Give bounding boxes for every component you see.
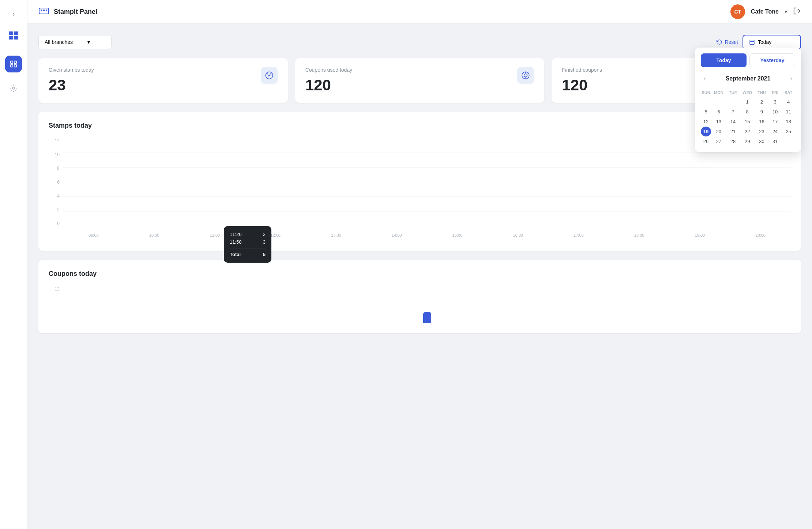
stamps-chart-section: Stamps today 12 10 8 6 4 2 0: [38, 112, 801, 251]
sidebar-toggle[interactable]: ›: [7, 7, 20, 20]
cal-day-26[interactable]: 26: [701, 136, 711, 146]
cal-day-15[interactable]: 15: [740, 117, 755, 127]
app-title: Stampit Panel: [54, 8, 97, 16]
calendar-month-label: September 2021: [726, 75, 771, 82]
reset-button[interactable]: Reset: [717, 39, 738, 45]
cal-day-1[interactable]: 1: [740, 97, 755, 107]
svg-rect-10: [41, 10, 42, 11]
svg-rect-13: [750, 40, 754, 45]
tooltip-time-1: 11:20: [230, 232, 242, 237]
stat-stamps-value: 23: [49, 76, 94, 94]
cal-day-25[interactable]: 25: [782, 127, 795, 136]
cal-empty: [701, 97, 711, 107]
date-picker-input[interactable]: Today: [743, 35, 801, 49]
svg-point-8: [12, 87, 15, 89]
tooltip-val-1: 2: [263, 232, 266, 237]
cal-day-17[interactable]: 17: [768, 117, 782, 127]
cal-day-30[interactable]: 30: [755, 136, 768, 146]
day-header-fri: FRI: [768, 88, 782, 97]
cal-day-14[interactable]: 14: [726, 117, 740, 127]
cal-day-27[interactable]: 27: [711, 136, 726, 146]
cafe-name: Cafe Tone: [751, 8, 779, 15]
cal-day-12[interactable]: 12: [701, 117, 711, 127]
stat-finished-label: Finished coupons: [562, 67, 602, 73]
svg-point-21: [524, 74, 527, 77]
y-label-10: 10: [55, 152, 60, 157]
cal-day-23[interactable]: 23: [755, 127, 768, 136]
branch-selector[interactable]: All branches ▾: [38, 35, 112, 49]
logout-button[interactable]: [793, 7, 801, 17]
sidebar-item-settings[interactable]: [5, 80, 22, 97]
header-logo-icon: [38, 7, 49, 17]
x-label-14: 14:00: [366, 233, 427, 237]
calendar-next-button[interactable]: ›: [787, 73, 795, 84]
tooltip-total-row: Total 5: [230, 251, 266, 258]
stat-card-stamps: Given stamps today 23: [38, 58, 288, 103]
cal-day-3[interactable]: 3: [768, 97, 782, 107]
calendar-week-4: 19 20 21 22 23 24 25: [701, 127, 795, 136]
cal-day-10[interactable]: 10: [768, 107, 782, 117]
coupons-chart-title: Coupons today: [49, 270, 791, 278]
tooltip-row-2: 11:50 3: [230, 238, 266, 246]
cal-day-5[interactable]: 5: [701, 107, 711, 117]
stat-coupons-icon: [517, 67, 534, 84]
stamps-x-axis: 09:00 10:00 11:00 12:00 13:00 14:00 15:0…: [63, 230, 791, 241]
stat-coupons-info: Coupons used today 120: [305, 67, 352, 94]
stat-stamps-icon: [261, 67, 278, 84]
date-value: Today: [758, 39, 771, 45]
svg-rect-1: [14, 31, 18, 35]
header: Stampit Panel CT Cafe Tone ▾: [27, 0, 812, 24]
yesterday-button[interactable]: Yesterday: [749, 53, 795, 67]
x-label-20: 20:00: [730, 233, 791, 237]
reset-label: Reset: [725, 39, 738, 45]
cal-day-8[interactable]: 8: [740, 107, 755, 117]
stamps-chart-title: Stamps today: [49, 122, 791, 130]
stat-finished-info: Finished coupons 120: [562, 67, 602, 94]
cal-day-7[interactable]: 7: [726, 107, 740, 117]
calendar-prev-button[interactable]: ‹: [701, 73, 709, 84]
cafe-dropdown-arrow[interactable]: ▾: [785, 9, 787, 15]
sidebar-item-dashboard[interactable]: [5, 56, 22, 72]
cal-day-19-today[interactable]: 19: [701, 127, 711, 136]
y-label-0: 0: [57, 221, 60, 226]
stamps-chart-container: 12 10 8 6 4 2 0: [49, 138, 791, 241]
cal-day-13[interactable]: 13: [711, 117, 726, 127]
calendar-week-2: 5 6 7 8 9 10 11: [701, 107, 795, 117]
coupons-bars-preview: [63, 308, 791, 323]
x-label-09: 09:00: [63, 233, 124, 237]
today-button[interactable]: Today: [701, 53, 747, 67]
cal-day-6[interactable]: 6: [711, 107, 726, 117]
cal-day-16[interactable]: 16: [755, 117, 768, 127]
cal-day-24[interactable]: 24: [768, 127, 782, 136]
y-label-2: 2: [57, 207, 60, 212]
cal-day-22[interactable]: 22: [740, 127, 755, 136]
tooltip-time-2: 11:50: [230, 239, 242, 245]
sidebar-navigation: [5, 56, 22, 522]
cal-day-31[interactable]: 31: [768, 136, 782, 146]
svg-rect-0: [9, 31, 13, 35]
x-label-18: 18:00: [609, 233, 670, 237]
stat-coupons-label: Coupons used today: [305, 67, 352, 73]
header-left: Stampit Panel: [38, 7, 97, 17]
cal-day-29[interactable]: 29: [740, 136, 755, 146]
y-label-6: 6: [57, 180, 60, 185]
cal-day-2[interactable]: 2: [755, 97, 768, 107]
coupon-bar-12-rect: [423, 312, 431, 323]
cal-day-20[interactable]: 20: [711, 127, 726, 136]
cal-day-18[interactable]: 18: [782, 117, 795, 127]
svg-rect-3: [14, 36, 18, 40]
calendar-week-3: 12 13 14 15 16 17 18: [701, 117, 795, 127]
coupons-chart-section: Coupons today 12: [38, 260, 801, 333]
cal-day-11[interactable]: 11: [782, 107, 795, 117]
x-label-13: 13:00: [306, 233, 366, 237]
cal-day-28[interactable]: 28: [726, 136, 740, 146]
cal-day-9[interactable]: 9: [755, 107, 768, 117]
svg-rect-2: [9, 36, 13, 40]
stamps-y-axis: 12 10 8 6 4 2 0: [49, 138, 60, 226]
svg-rect-7: [14, 65, 16, 67]
cal-day-4[interactable]: 4: [782, 97, 795, 107]
cal-day-21[interactable]: 21: [726, 127, 740, 136]
calendar-header: ‹ September 2021 ›: [701, 73, 795, 84]
svg-rect-5: [14, 61, 16, 63]
cal-empty: [782, 136, 795, 146]
